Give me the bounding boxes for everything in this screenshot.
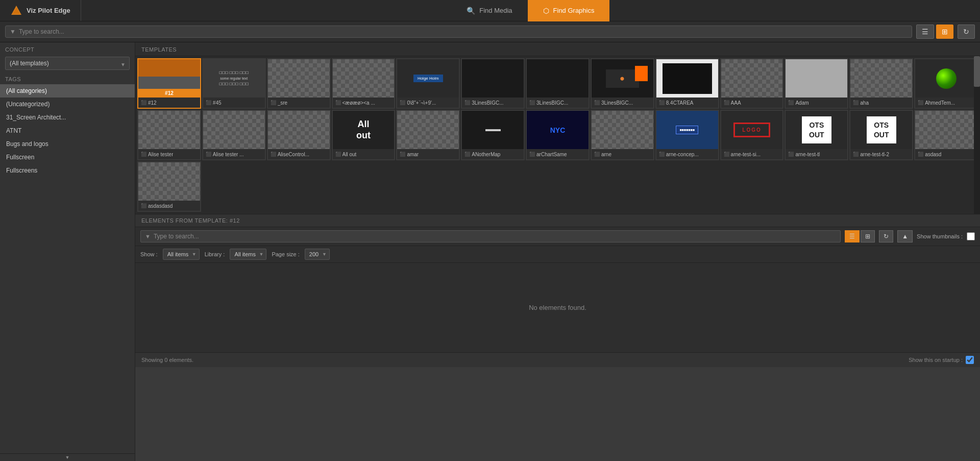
- template-file-icon: ⬛: [271, 152, 276, 157]
- template-file-icon: ⬛: [659, 152, 665, 157]
- template-name-row-archartsome: ⬛ arChartSame: [527, 149, 589, 159]
- template-label-arne-test-tl2: arne-test-tl-2: [860, 152, 889, 157]
- library-select[interactable]: All items: [230, 249, 266, 260]
- template-card-allout[interactable]: Allout ⬛ All out: [332, 110, 396, 160]
- tag-all-categories[interactable]: (All categories): [0, 84, 135, 98]
- template-card-3lines2[interactable]: ⬛ 3LinesBIGC...: [526, 58, 590, 109]
- template-card-aaa[interactable]: ⬛ AAA: [720, 58, 784, 109]
- page-size-wrapper: 200 ▼: [305, 249, 330, 260]
- template-card-alise1[interactable]: ⬛ Alise tester: [137, 110, 201, 160]
- sphere-graphic: [936, 68, 957, 89]
- elements-grid-view-button[interactable]: ⊞: [861, 230, 875, 242]
- template-card-amar[interactable]: ⬛ amar: [396, 110, 460, 160]
- template-card-aha[interactable]: ⬛ aha: [849, 58, 913, 109]
- elements-refresh-button[interactable]: ↻: [879, 230, 893, 242]
- template-card-anothermap[interactable]: ⬛ ANotherMap: [461, 110, 525, 160]
- show-select[interactable]: All items: [163, 249, 200, 260]
- find-media-label: Find Media: [479, 7, 512, 14]
- show-startup-checkbox[interactable]: [966, 356, 974, 364]
- show-startup-label: Show this on startup :: [909, 357, 963, 363]
- templates-panel: TEMPLATES #12 ⬛ #12: [135, 42, 980, 461]
- template-card-45[interactable]: ☐☐☐ ☐☐☐ ☐☐☐ some regular text ☐☐☐ ☐☐☐ ☐☐…: [202, 58, 266, 109]
- template-card-sre[interactable]: ⬛ _sre: [267, 58, 331, 109]
- template-card-arne[interactable]: ⬛ arne: [591, 110, 654, 160]
- template-card-12[interactable]: #12 ⬛ #12: [137, 58, 201, 109]
- template-label-asdasd: asdasd: [925, 152, 941, 157]
- search-icon: ▼: [10, 28, 16, 35]
- template-thumb-3lines2: [527, 59, 589, 98]
- template-card-ahmed[interactable]: ⬛ AhmedTem...: [914, 58, 978, 109]
- elements-search-wrapper: ▼: [140, 230, 841, 242]
- templates-scrollbar-thumb[interactable]: [974, 56, 980, 87]
- page-size-label: Page size :: [272, 251, 299, 257]
- template-file-icon: ⬛: [659, 100, 665, 105]
- template-file-icon: ⬛: [853, 152, 859, 157]
- template-file-icon: ⬛: [724, 152, 729, 157]
- tab-find-graphics[interactable]: ⬡ Find Graphics: [528, 0, 610, 21]
- template-thumb-allout: Allout: [333, 111, 395, 149]
- nav-tabs: 🔍 Find Media ⬡ Find Graphics: [81, 0, 980, 21]
- show-filter-label: Show :: [140, 251, 158, 257]
- top-navigation: Viz Pilot Edge 🔍 Find Media ⬡ Find Graph…: [0, 0, 980, 21]
- search-input[interactable]: [19, 28, 908, 35]
- tag-uncategorized[interactable]: (Uncategorized): [0, 98, 135, 111]
- template-file-icon: ⬛: [529, 100, 535, 105]
- template-card-aeoa[interactable]: ⬛ <æøæø><a ...: [332, 58, 396, 109]
- show-thumbnails-checkbox[interactable]: [967, 232, 975, 240]
- concept-section-label: CONCEPT: [0, 42, 135, 55]
- template-card-archartsome[interactable]: NYC ⬛ arChartSame: [526, 110, 590, 160]
- template-file-icon: ⬛: [400, 100, 405, 105]
- template-card-arne-concept[interactable]: ■■■■■■■ ⬛ arne-concep...: [655, 110, 719, 160]
- refresh-button[interactable]: ↻: [958, 25, 975, 39]
- template-card-adam[interactable]: ⬛ Adam: [785, 58, 848, 109]
- elements-list-view-button[interactable]: ☰: [845, 230, 860, 242]
- grid-view-button[interactable]: ⊞: [936, 25, 953, 39]
- template-card-3lines3[interactable]: ⬤ ⬛ 3LinesBIGC...: [591, 58, 654, 109]
- template-card-alise-ctrl[interactable]: ⬛ AliseControl...: [267, 110, 331, 160]
- template-card-nums[interactable]: Holge Holm ⬛ 0\8"+¨¬\+9'...: [396, 58, 460, 109]
- page-size-select[interactable]: 200: [305, 249, 330, 260]
- elements-toolbar: ▼ ☰ ⊞ ↻ ▲ Show thumbnails :: [135, 227, 980, 246]
- template-card-asdasdasd[interactable]: ⬛ asdasdasd: [137, 161, 201, 212]
- list-view-button[interactable]: ☰: [916, 25, 934, 39]
- template-name-row-allout: ⬛ All out: [333, 149, 395, 159]
- template-name-row-arne-test-si: ⬛ arne-test-si...: [721, 149, 783, 159]
- concept-select[interactable]: (All templates): [5, 57, 130, 70]
- tag-fullscreen[interactable]: Fullscreen: [0, 151, 135, 164]
- tab-find-media[interactable]: 🔍 Find Media: [451, 0, 527, 21]
- template-name-row-asdasd: ⬛ asdasd: [915, 149, 977, 159]
- template-name-row-3lines2: ⬛ 3LinesBIGC...: [527, 98, 589, 108]
- template-card-arne-test-tl[interactable]: OTSOUT ⬛ arne-test-tl: [785, 110, 848, 160]
- tag-atnt[interactable]: ATNT: [0, 124, 135, 137]
- template-label-aha: aha: [860, 100, 869, 106]
- template-label-alise2: Alise tester ...: [213, 152, 244, 157]
- template-name-row-aeoa: ⬛ <æøæø><a ...: [333, 98, 395, 108]
- template-file-icon: ⬛: [788, 100, 794, 105]
- templates-scrollbar-track[interactable]: [974, 56, 980, 214]
- template-label-aeoa: <æøæø><a ...: [342, 100, 375, 106]
- template-name-row-3lines1: ⬛ 3LinesBIGC...: [462, 98, 524, 108]
- template-label-45: #45: [213, 100, 222, 106]
- tag-31-screen-architect[interactable]: 31_Screen Architect...: [0, 111, 135, 124]
- elements-footer: Showing 0 elements. Show this on startup…: [135, 352, 980, 367]
- template-name-row-45: ⬛ #45: [203, 98, 265, 108]
- template-name-row-arne-test-tl: ⬛ arne-test-tl: [786, 149, 847, 159]
- template-card-alise2[interactable]: ⬛ Alise tester ...: [202, 110, 266, 160]
- template-card-arne-test-si[interactable]: LOGO ⬛ arne-test-si...: [720, 110, 784, 160]
- tag-fullscreens[interactable]: Fullscreens: [0, 164, 135, 177]
- sidebar-scroll-down[interactable]: ▼: [0, 453, 135, 461]
- template-thumb-asdasdasd: [138, 162, 200, 201]
- ots-label: OTSOUT: [802, 116, 831, 143]
- template-file-icon: ⬛: [141, 203, 146, 208]
- template-card-asdasd[interactable]: ⬛ asdasd: [914, 110, 978, 160]
- template-card-84ct[interactable]: ⬛ 8.4CTAREA: [655, 58, 719, 109]
- elements-collapse-button[interactable]: ▲: [897, 230, 913, 242]
- template-label-3lines1: 3LinesBIGC...: [472, 100, 503, 106]
- allout-text: Allout: [333, 111, 395, 149]
- elements-search-input[interactable]: [154, 233, 836, 240]
- template-card-arne-test-tl2[interactable]: OTSOUT ⬛ arne-test-tl-2: [849, 110, 913, 160]
- template-card-3lines1[interactable]: ⬛ 3LinesBIGC...: [461, 58, 525, 109]
- template-thumb-arne-test-si: LOGO: [721, 111, 783, 149]
- tag-bugs-and-logos[interactable]: Bugs and logos: [0, 137, 135, 151]
- template-name-row-arne: ⬛ arne: [592, 149, 653, 159]
